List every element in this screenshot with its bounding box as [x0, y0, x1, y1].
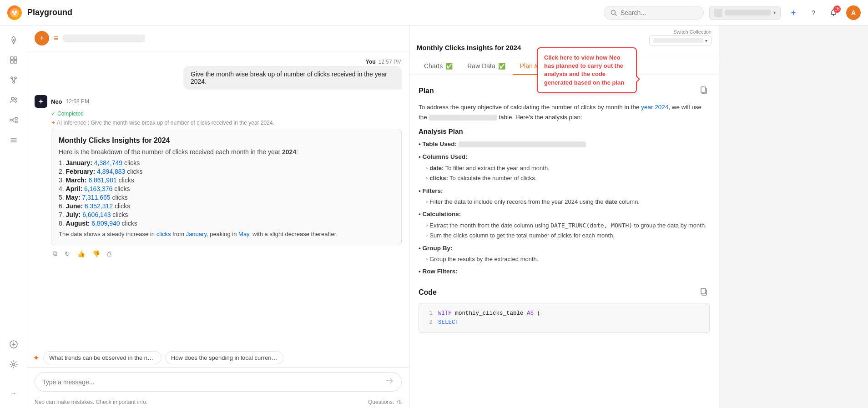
svg-point-0	[10, 8, 19, 17]
suggestion-chip-2[interactable]: How does the spending in local currency …	[165, 351, 283, 364]
copy-action-button[interactable]: ⧉	[51, 249, 59, 258]
plan-bullet-groupby: Group By: Group the results by the extra…	[419, 244, 710, 264]
chat-title	[63, 35, 145, 42]
neo-result-card: Monthly Clicks Insights for 2024 Here is…	[51, 129, 402, 245]
tooltip-text: Click here to view how Neo has planned t…	[544, 54, 624, 86]
list-item: 8. August: 6,809,940 clicks	[59, 220, 394, 227]
plan-copy-button[interactable]	[698, 84, 710, 98]
plan-bullet-calculations: Calculations: Extract the month from the…	[419, 210, 710, 240]
app-title: Playground	[27, 8, 598, 17]
sidebar-item-lines[interactable]	[5, 131, 23, 149]
code-copy-button[interactable]	[698, 286, 710, 299]
logo	[7, 5, 22, 20]
sub-bullet-filter: Filter the data to include only records …	[426, 197, 710, 207]
thumbsdown-action-button[interactable]: 👎	[91, 249, 102, 258]
suggestion-chip-1[interactable]: What trends can be observed in the numbe…	[43, 351, 161, 364]
tab-rawdata-label: Raw Data	[467, 62, 495, 70]
code-section: Code 1 WITH monthly_clicks_table AS ( 2 …	[419, 286, 710, 333]
svg-point-14	[15, 77, 16, 79]
user-message: You 12:57 PM Give the month wise break u…	[35, 59, 402, 90]
code-block: 1 WITH monthly_clicks_table AS ( 2 SELEC…	[419, 303, 710, 333]
send-button[interactable]	[385, 376, 394, 388]
sidebar-item-flow[interactable]	[5, 111, 23, 129]
collection-name	[653, 38, 703, 43]
sub-bullet-clicks: clicks: To calculate the number of click…	[426, 174, 710, 183]
code-section-header: Code	[419, 286, 710, 299]
svg-point-19	[15, 98, 16, 100]
plan-intro-text: To address the query objective of calcul…	[419, 102, 710, 122]
sub-bullet-groupby: Group the results by the extracted month…	[426, 255, 710, 264]
user-avatar[interactable]: A	[846, 5, 861, 20]
workspace-chevron: ▾	[773, 10, 776, 15]
neo-status: ✓ Completed	[35, 111, 402, 117]
search-icon	[611, 10, 617, 16]
sidebar: →	[0, 25, 27, 408]
result-title: Monthly Clicks Insights for 2024	[59, 136, 394, 145]
sidebar-item-rocket[interactable]	[5, 31, 23, 49]
topnav: Playground ▾ ? 16 A	[0, 0, 868, 25]
svg-point-13	[11, 77, 13, 79]
sub-bullet-calc2: Sum the clicks column to get the total n…	[426, 231, 710, 240]
list-item: 2. February: 4,894,883 clicks	[59, 168, 394, 175]
search-bar[interactable]	[604, 6, 704, 20]
notification-button[interactable]: 16	[826, 5, 841, 20]
switch-collection-area: Switch Collection ▾	[649, 29, 712, 45]
sidebar-item-grid[interactable]	[5, 51, 23, 69]
calculations-sub-bullets: Extract the month from the date column u…	[419, 221, 710, 240]
list-item: 3. March: 6,861,981 clicks	[59, 176, 394, 184]
tab-rawdata-check: ✅	[498, 63, 505, 70]
code-line-1: 1 WITH monthly_clicks_table AS (	[425, 309, 703, 318]
workspace-icon	[714, 9, 722, 17]
chat-menu-button[interactable]: ≡	[54, 34, 59, 43]
code-linenum-2: 2	[425, 318, 433, 327]
neo-avatar	[35, 95, 47, 108]
plan-bullet-filters: Filters: Filter the data to include only…	[419, 186, 710, 207]
neo-message-actions: ⧉ ↻ 👍 👎 ⎙	[35, 249, 402, 258]
tab-charts[interactable]: Charts ✅	[417, 58, 460, 75]
sidebar-item-add-circle[interactable]	[5, 335, 23, 353]
search-input[interactable]	[621, 9, 693, 16]
chat-messages: You 12:57 PM Give the month wise break u…	[27, 51, 409, 348]
svg-point-31	[12, 363, 15, 366]
svg-point-8	[13, 39, 15, 41]
sidebar-item-collapse[interactable]: →	[5, 384, 23, 403]
svg-line-5	[615, 14, 617, 15]
result-summary: The data shows a steady increase in clic…	[59, 231, 394, 237]
filters-sub-bullets: Filter the data to include only records …	[419, 197, 710, 207]
switch-collection-select[interactable]: ▾	[649, 35, 712, 45]
analysis-plan-title: Analysis Plan	[419, 127, 710, 135]
chat-input[interactable]	[42, 378, 381, 386]
sidebar-item-people[interactable]	[5, 91, 23, 109]
share-action-button[interactable]: ⎙	[106, 249, 113, 258]
svg-rect-10	[14, 57, 17, 60]
right-panel: Click here to view how Neo has planned t…	[409, 25, 719, 408]
chat-area: + ≡ You 12:57 PM Give the month wise bre…	[27, 25, 409, 408]
neo-inference: ✦ AI Inference : Give the month wise bre…	[35, 120, 402, 126]
chat-input-area	[27, 367, 409, 396]
help-button[interactable]: ?	[806, 5, 821, 20]
sidebar-item-settings[interactable]	[5, 355, 23, 373]
plan-bullet-table: Table Used:	[419, 140, 710, 149]
code-title: Code	[419, 288, 437, 297]
svg-rect-11	[10, 60, 13, 63]
tab-raw-data[interactable]: Raw Data ✅	[460, 58, 512, 75]
sub-bullet-calc1: Extract the month from the date column u…	[426, 221, 710, 230]
topnav-right: ▾ ? 16 A	[709, 5, 861, 20]
neo-message-time: 12:58 PM	[66, 98, 89, 105]
suggestions-row: ✦ What trends can be observed in the num…	[27, 348, 409, 367]
svg-point-15	[13, 81, 15, 83]
list-item: 4. April: 6,163,376 clicks	[59, 185, 394, 192]
result-intro: Here is the breakdown of the number of c…	[59, 148, 394, 156]
code-linenum-1: 1	[425, 309, 433, 318]
workspace-selector[interactable]: ▾	[709, 6, 781, 20]
thumbsup-action-button[interactable]: 👍	[76, 249, 87, 258]
list-item: 6. June: 6,352,312 clicks	[59, 202, 394, 210]
new-chat-button[interactable]: +	[35, 31, 49, 45]
refresh-action-button[interactable]: ↻	[63, 249, 72, 258]
sparkle-button[interactable]	[786, 5, 801, 20]
list-item: 1. January: 4,384,749 clicks	[59, 159, 394, 166]
copy-icon	[700, 86, 708, 94]
panel-content: Plan To address the query objective of c…	[409, 75, 719, 408]
sidebar-item-branch[interactable]	[5, 71, 23, 89]
send-icon	[385, 376, 394, 385]
